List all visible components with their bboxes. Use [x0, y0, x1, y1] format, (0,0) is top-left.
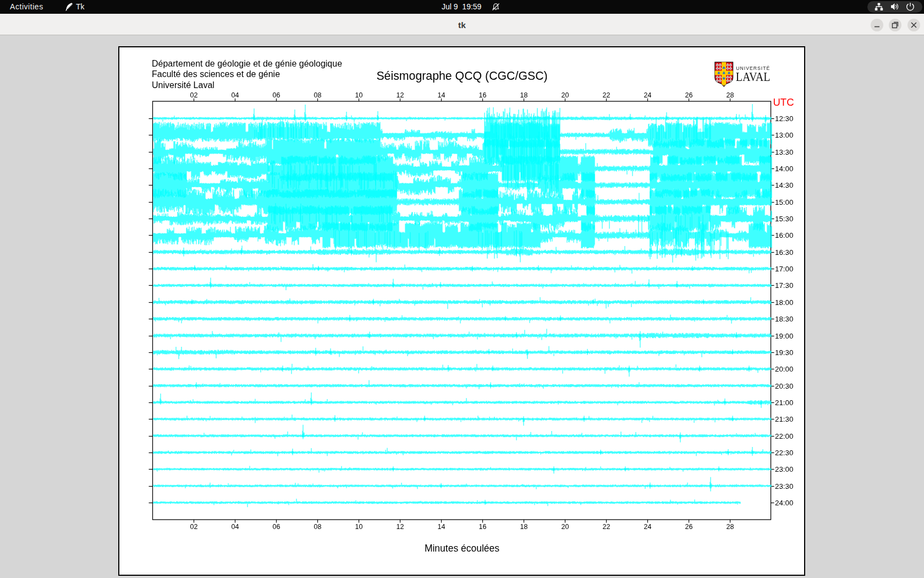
svg-text:LAVAL: LAVAL: [736, 70, 771, 84]
